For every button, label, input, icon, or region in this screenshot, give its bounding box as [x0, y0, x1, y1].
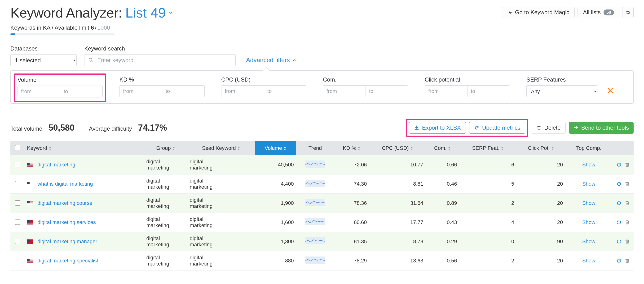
row-checkbox[interactable]	[15, 200, 20, 206]
col-group[interactable]: Group	[144, 141, 188, 155]
table-row: digital marketing manager digitalmarketi…	[10, 232, 634, 251]
cell-kd: 81.35	[334, 232, 369, 251]
delete-button[interactable]: Delete	[532, 122, 566, 134]
select-all-checkbox[interactable]	[15, 145, 20, 150]
all-lists-button[interactable]: All lists 50	[578, 7, 620, 18]
cell-clickp: 20	[516, 213, 565, 232]
keyword-link[interactable]: digital marketing services	[38, 219, 96, 225]
list-selector[interactable]: List 49	[126, 5, 174, 21]
advanced-filters-toggle[interactable]: Advanced filters	[246, 56, 296, 64]
volume-to-input[interactable]	[60, 86, 103, 97]
us-flag-icon	[27, 239, 33, 244]
cell-group: digitalmarketing	[144, 251, 188, 270]
cell-trend	[296, 175, 334, 194]
col-clickp[interactable]: Click Pot.	[516, 141, 565, 155]
go-back-button[interactable]: Go to Keyword Magic	[502, 7, 575, 18]
col-seed[interactable]: Seed Keyword	[188, 141, 255, 155]
kd-to-input[interactable]	[162, 85, 205, 97]
limit-text: Keywords in KA / Available limit:6/1000	[10, 24, 634, 31]
refresh-row-icon[interactable]	[616, 162, 622, 168]
keyword-link[interactable]: what is digital marketing	[38, 181, 93, 187]
cell-serp: 0	[459, 232, 516, 251]
serp-features-select[interactable]: Any	[526, 85, 598, 97]
us-flag-icon	[27, 259, 33, 263]
delete-row-icon[interactable]	[624, 239, 630, 244]
volume-from-input[interactable]	[18, 86, 60, 97]
cell-trend	[296, 232, 334, 251]
refresh-row-icon[interactable]	[616, 220, 622, 225]
clickp-to-input[interactable]	[467, 85, 510, 97]
show-competitors-link[interactable]: Show	[582, 219, 595, 225]
cell-volume: 1,900	[255, 194, 296, 213]
chevron-down-icon	[168, 10, 174, 16]
com-to-input[interactable]	[366, 85, 408, 97]
delete-row-icon[interactable]	[624, 201, 630, 206]
keyword-search-input[interactable]	[97, 57, 232, 64]
com-from-input[interactable]	[323, 85, 366, 97]
avg-difficulty-value: 74.17%	[138, 123, 167, 133]
export-button[interactable]: Export to XLSX	[409, 122, 466, 134]
show-competitors-link[interactable]: Show	[582, 162, 595, 168]
cell-group: digitalmarketing	[144, 232, 188, 251]
cell-group: digitalmarketing	[144, 175, 188, 194]
col-cpc[interactable]: CPC (USD)	[369, 141, 426, 155]
show-competitors-link[interactable]: Show	[582, 258, 595, 264]
cell-com: 0.89	[426, 194, 459, 213]
keyword-link[interactable]: digital marketing	[38, 162, 75, 168]
col-kd[interactable]: KD %	[334, 141, 369, 155]
col-com[interactable]: Com.	[426, 141, 459, 155]
filter-serp: SERP Features Any	[526, 76, 598, 97]
show-competitors-link[interactable]: Show	[582, 181, 595, 187]
keyword-link[interactable]: digital marketing course	[38, 200, 92, 206]
table-row: digital marketing services digitalmarket…	[10, 213, 634, 232]
us-flag-icon	[27, 201, 33, 205]
delete-row-icon[interactable]	[624, 220, 630, 225]
refresh-row-icon[interactable]	[616, 239, 622, 244]
clickp-from-input[interactable]	[425, 85, 467, 97]
update-metrics-button[interactable]: Update metrics	[469, 122, 525, 134]
col-volume[interactable]: Volume	[255, 141, 296, 155]
show-competitors-link[interactable]: Show	[582, 238, 595, 244]
col-serp[interactable]: SERP Feat.	[459, 141, 516, 155]
col-keyword[interactable]: Keyword	[24, 141, 144, 155]
row-checkbox[interactable]	[15, 162, 20, 167]
databases-select[interactable]: 1 selected	[10, 54, 77, 66]
send-button[interactable]: Send to other tools	[569, 122, 634, 134]
delete-row-icon[interactable]	[624, 181, 630, 187]
keywords-table: Keyword Group Seed Keyword Volume Trend …	[10, 141, 634, 270]
us-flag-icon	[27, 163, 33, 167]
filter-kd-label: KD %	[120, 76, 205, 83]
row-checkbox[interactable]	[15, 239, 20, 244]
delete-row-icon[interactable]	[624, 162, 630, 167]
keyword-link[interactable]: digital marketing specialist	[38, 258, 98, 264]
databases-label: Databases	[10, 45, 77, 52]
refresh-row-icon[interactable]	[616, 200, 622, 206]
clear-filters-button[interactable]: ✕	[607, 86, 614, 96]
row-checkbox[interactable]	[15, 258, 20, 263]
cell-cpc: 10.77	[369, 155, 426, 175]
table-row: what is digital marketing digitalmarketi…	[10, 175, 634, 194]
settings-button[interactable]	[622, 7, 634, 18]
delete-row-icon[interactable]	[624, 258, 630, 263]
keyword-search-wrap[interactable]	[84, 54, 236, 66]
cpc-from-input[interactable]	[221, 85, 264, 97]
keyword-link[interactable]: digital marketing manager	[38, 238, 97, 245]
col-trend: Trend	[296, 141, 334, 155]
share-icon	[574, 125, 578, 130]
cpc-to-input[interactable]	[264, 85, 306, 97]
refresh-row-icon[interactable]	[616, 181, 622, 187]
row-checkbox[interactable]	[15, 220, 20, 225]
refresh-row-icon[interactable]	[616, 258, 622, 264]
kd-from-input[interactable]	[120, 85, 162, 97]
cell-com: 0.43	[426, 213, 459, 232]
cell-trend	[296, 194, 334, 213]
row-checkbox[interactable]	[15, 181, 20, 186]
avg-difficulty-label: Average difficulty	[89, 125, 132, 132]
us-flag-icon	[27, 182, 33, 186]
trash-icon	[536, 125, 541, 130]
cell-clickp: 20	[516, 175, 565, 194]
show-competitors-link[interactable]: Show	[582, 200, 595, 206]
cell-com: 0.29	[426, 232, 459, 251]
cell-clickp: 20	[516, 155, 565, 175]
filter-serp-label: SERP Features	[526, 76, 598, 83]
